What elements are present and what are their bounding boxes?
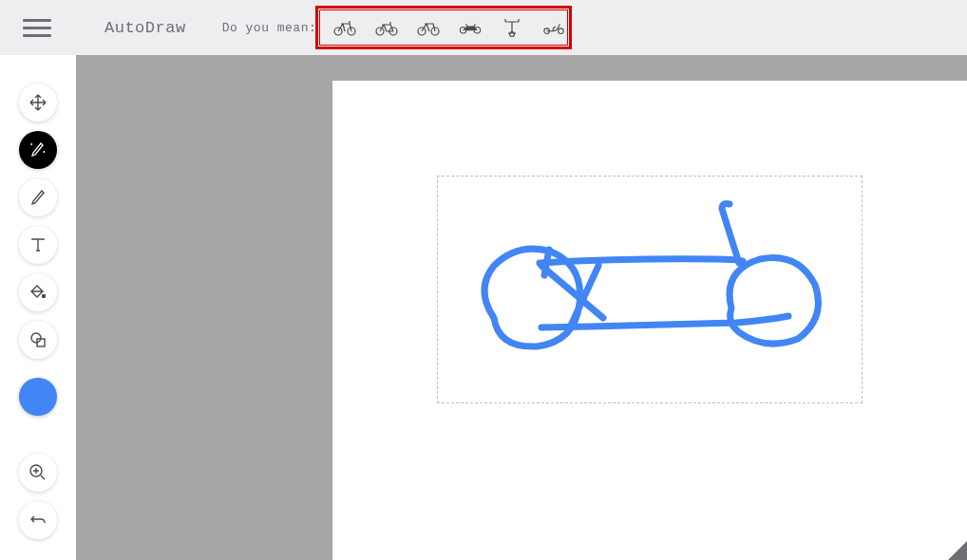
svg-point-12 — [31, 333, 41, 343]
suggestion-bicycle-icon[interactable] — [417, 18, 440, 37]
suggestion-bicycle-icon[interactable] — [333, 18, 356, 37]
suggestion-scooter-icon[interactable] — [542, 18, 565, 37]
left-toolbar — [0, 55, 76, 560]
suggestion-strip — [324, 14, 575, 41]
undo-tool[interactable] — [19, 501, 57, 539]
hamburger-menu-icon[interactable] — [23, 13, 51, 42]
zoom-tool[interactable] — [19, 454, 57, 492]
select-tool[interactable] — [19, 84, 57, 121]
draw-tool[interactable] — [19, 178, 57, 216]
suggestion-motorcycle-icon[interactable] — [459, 18, 482, 37]
svg-point-10 — [559, 28, 564, 34]
svg-point-11 — [43, 295, 46, 298]
app-title: AutoDraw — [104, 19, 186, 37]
autodraw-tool[interactable] — [19, 131, 57, 169]
canvas-resize-handle[interactable] — [948, 541, 967, 560]
suggestion-bike-front-icon[interactable] — [501, 18, 523, 37]
fill-tool[interactable] — [19, 273, 57, 311]
top-bar: AutoDraw Do you mean: — [0, 0, 967, 55]
type-tool[interactable] — [19, 226, 57, 264]
suggestion-prompt: Do you mean: — [222, 21, 317, 35]
user-drawing — [437, 176, 863, 403]
shape-tool[interactable] — [19, 321, 57, 359]
color-picker[interactable] — [19, 378, 57, 416]
suggestion-bicycle-icon[interactable] — [375, 18, 398, 37]
canvas[interactable] — [332, 81, 967, 560]
